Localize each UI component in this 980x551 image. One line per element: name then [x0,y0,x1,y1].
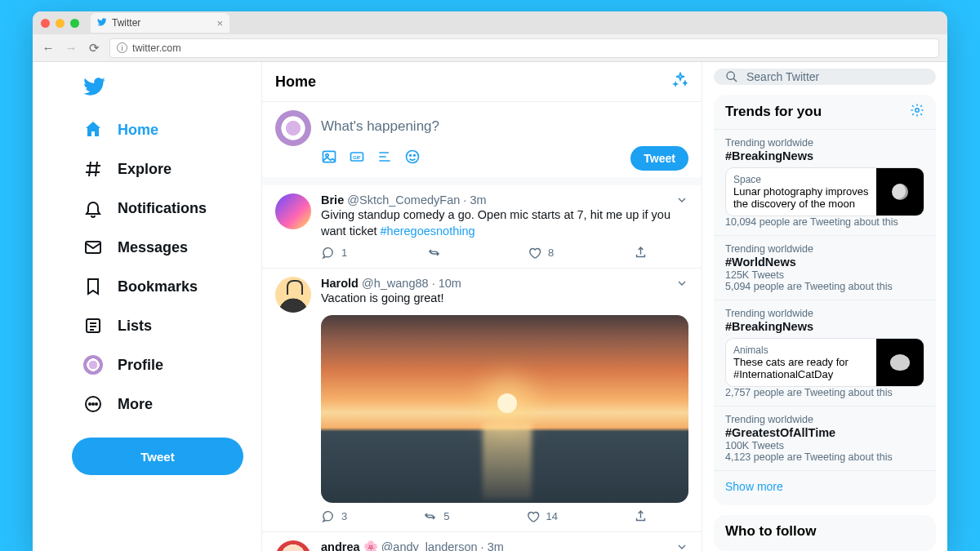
bookmark-icon [83,277,103,296]
nav-home[interactable]: Home [72,113,255,147]
media-icon[interactable] [321,149,337,168]
nav-forward-button[interactable]: → [64,41,78,55]
who-to-follow-panel: Who to follow [714,515,936,551]
verified-badge-icon: 🌸 [363,540,378,551]
svg-point-10 [407,151,419,163]
show-more-link[interactable]: Show more [714,471,936,502]
tweet-image[interactable] [321,315,688,503]
tweet-author-name[interactable]: andrea [321,540,360,551]
composer-input[interactable]: What's happening? [321,110,688,146]
search-input[interactable]: Search Twitter [714,69,936,85]
twitter-favicon-icon [97,17,107,29]
tweet-timestamp[interactable]: 10m [439,277,461,290]
svg-point-7 [326,154,328,157]
nav-label: Lists [118,318,152,335]
poll-icon[interactable] [376,149,393,168]
compose-tweet-button[interactable]: Tweet [72,438,243,475]
retweet-button[interactable]: 5 [423,509,449,523]
like-button[interactable]: 14 [526,509,558,523]
nav-label: Profile [118,357,163,374]
list-icon [83,316,103,335]
window-minimize-button[interactable] [56,19,65,28]
moon-thumbnail [876,168,924,216]
tweet[interactable]: andrea 🌸 @andy_landerson · 3m How many l… [262,532,702,551]
nav-notifications[interactable]: Notifications [72,191,255,225]
nav-label: Explore [118,161,172,178]
tweet-author-handle[interactable]: @h_wang88 [362,277,429,290]
timeline-header: Home [262,62,702,102]
trend-card[interactable]: AnimalsThese cats are ready for #Interna… [725,338,924,387]
retweet-button[interactable] [427,246,448,260]
tweet-caret-icon[interactable] [675,277,688,292]
top-tweets-icon[interactable] [672,72,688,91]
tweet-composer: What's happening? GIF Tweet [262,102,702,185]
nav-explore[interactable]: Explore [72,152,255,186]
trend-hashtag: #BreakingNews [725,149,924,162]
tab-close-icon[interactable]: × [216,17,223,29]
twitter-logo-icon[interactable] [72,69,255,108]
tweet-author-name[interactable]: Harold [321,277,359,290]
trend-card[interactable]: SpaceLunar photography improves the disc… [725,167,924,216]
home-icon [83,120,103,140]
page-title: Home [275,73,316,91]
tweet-timestamp[interactable]: 3m [470,193,486,207]
tweet-caret-icon[interactable] [675,540,688,551]
hashtag-link[interactable]: #heregoesnothing [381,224,475,238]
svg-point-11 [410,155,412,157]
sidebar: Search Twitter Trends for you Trending w… [702,62,947,551]
tweet-timestamp[interactable]: 3m [488,540,504,551]
nav-label: Bookmarks [118,278,198,295]
cat-thumbnail [876,339,924,386]
trend-item[interactable]: Trending worldwide #BreakingNews SpaceLu… [714,130,936,236]
hashtag-icon [83,159,103,179]
tweet-avatar[interactable] [275,193,311,229]
browser-tab-title: Twitter [112,17,140,29]
nav-messages[interactable]: Messages [72,230,255,264]
svg-text:GIF: GIF [353,155,361,160]
settings-icon[interactable] [910,103,924,121]
nav-back-button[interactable]: ← [41,41,56,55]
timeline: Home What's happening? GIF Tweet [261,62,702,551]
reply-button[interactable]: 3 [321,509,347,523]
nav-lists[interactable]: Lists [72,309,255,343]
nav-label: Notifications [118,200,207,217]
address-bar[interactable]: i twitter.com [109,38,939,58]
trend-hashtag: #GreatestOfAllTime [725,426,924,439]
reply-button[interactable]: 1 [321,246,347,260]
tweet-caret-icon[interactable] [675,193,688,209]
tweet-author-handle[interactable]: @Sktch_ComedyFan [347,193,460,207]
tweet[interactable]: Brie @Sktch_ComedyFan · 3m Giving standu… [262,185,702,269]
window-close-button[interactable] [41,19,50,28]
trend-item[interactable]: Trending worldwide #GreatestOfAllTime 10… [714,407,936,471]
like-button[interactable]: 8 [528,246,554,260]
profile-avatar-icon [83,355,103,375]
svg-point-13 [727,72,734,79]
search-icon [725,70,738,83]
share-button[interactable] [634,246,648,260]
tweet-author-name[interactable]: Brie [321,193,344,207]
composer-avatar[interactable] [275,110,311,146]
nav-reload-button[interactable]: ⟳ [87,41,101,56]
svg-point-5 [96,403,97,405]
nav-bookmarks[interactable]: Bookmarks [72,269,255,304]
trend-item[interactable]: Trending worldwide #WorldNews 125K Tweet… [714,236,936,300]
tweet-text: Vacation is going great! [321,291,688,307]
tweet-avatar[interactable] [275,277,311,313]
primary-nav: Home Explore Notifications Messages Book… [33,62,261,551]
trends-title: Trends for you [725,104,822,120]
window-zoom-button[interactable] [70,19,79,28]
tweet-author-handle[interactable]: @andy_landerson [381,540,478,551]
nav-profile[interactable]: Profile [72,348,255,382]
tweet[interactable]: Harold @h_wang88 · 10m Vacation is going… [262,269,702,532]
browser-tab[interactable]: Twitter × [91,13,229,33]
who-to-follow-title: Who to follow [725,523,816,540]
gif-icon[interactable]: GIF [349,149,365,168]
nav-more[interactable]: More [72,387,255,421]
emoji-icon[interactable] [404,149,421,168]
site-info-icon[interactable]: i [117,42,127,53]
composer-tweet-button[interactable]: Tweet [630,146,688,171]
nav-label: Messages [118,239,188,256]
tweet-avatar[interactable] [275,540,311,551]
trend-item[interactable]: Trending worldwide #BreakingNews Animals… [714,300,936,407]
share-button[interactable] [634,509,648,523]
